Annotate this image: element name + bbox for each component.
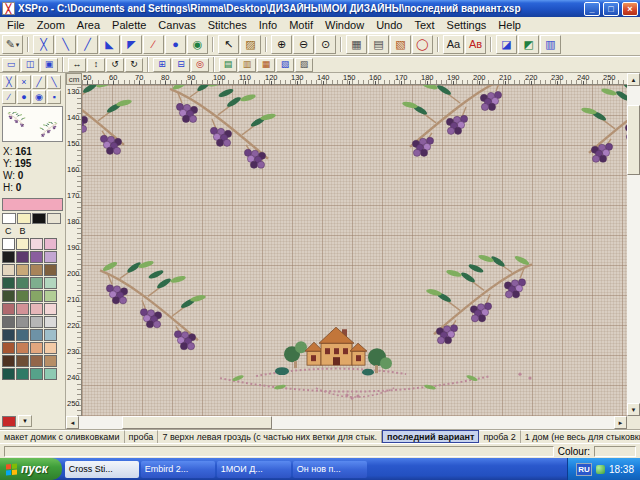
menu-file[interactable]: File: [1, 18, 31, 32]
grid-small-toggle[interactable]: ⊞: [153, 58, 171, 72]
zoom-area-tool[interactable]: ⊙: [315, 35, 336, 54]
palette-swatch[interactable]: [30, 316, 43, 328]
palette-swatch[interactable]: [2, 329, 15, 341]
palette-swatch[interactable]: [2, 303, 15, 315]
maximize-button[interactable]: □: [603, 2, 619, 16]
backstitch-tool[interactable]: ∕: [143, 35, 164, 54]
block-copy-tool[interactable]: ◫: [21, 58, 39, 72]
quick-swatch[interactable]: [17, 213, 31, 224]
palette-swatch[interactable]: [2, 277, 15, 289]
bottom-swatch[interactable]: [2, 416, 16, 427]
vertical-scroll-track[interactable]: [627, 86, 640, 403]
minimize-button[interactable]: _: [584, 2, 600, 16]
menu-motif[interactable]: Motif: [283, 18, 319, 32]
grid-large-toggle[interactable]: ⊟: [172, 58, 190, 72]
menu-text[interactable]: Text: [408, 18, 440, 32]
zoom-in-tool[interactable]: ⊕: [271, 35, 292, 54]
pattern-tab[interactable]: проба 2: [479, 430, 520, 443]
current-colour-swatch[interactable]: [2, 198, 63, 211]
palette-swatch[interactable]: [2, 368, 15, 380]
palette-swatch[interactable]: [2, 316, 15, 328]
stitch-view-tool[interactable]: ▧: [276, 58, 294, 72]
thread-chart-tool[interactable]: ▥: [238, 58, 256, 72]
special-stitch[interactable]: ▪: [47, 90, 61, 104]
tray-app-icon[interactable]: [596, 465, 605, 474]
half-stitch-alt-tool[interactable]: ╱: [77, 35, 98, 54]
rulers-toggle[interactable]: ▤: [368, 35, 389, 54]
palette-swatch[interactable]: [16, 355, 29, 367]
taskbar-task[interactable]: Cross Sti...: [65, 461, 139, 478]
pattern-tab[interactable]: последний вариант: [382, 430, 479, 443]
flip-horizontal-tool[interactable]: ↔: [68, 58, 86, 72]
palette-swatch[interactable]: [2, 238, 15, 250]
palette-swatch[interactable]: [16, 329, 29, 341]
taskbar-task[interactable]: Embird 2...: [141, 461, 215, 478]
quarter-stitch[interactable]: ╲: [47, 75, 61, 89]
pattern-tab[interactable]: макет домик с оливковками: [0, 430, 125, 443]
palette-swatch[interactable]: [44, 277, 57, 289]
backstitch[interactable]: ∕: [2, 90, 16, 104]
center-view-tool[interactable]: ◎: [191, 58, 209, 72]
pencil-tool[interactable]: ✎▾: [2, 35, 23, 54]
grid-toggle[interactable]: ▦: [346, 35, 367, 54]
export-tool[interactable]: ▥: [540, 35, 561, 54]
scroll-up-button[interactable]: ▲: [627, 73, 640, 86]
palette-swatch[interactable]: [30, 329, 43, 341]
palette-swatch[interactable]: [44, 264, 57, 276]
quick-swatch[interactable]: [47, 213, 61, 224]
menu-palette[interactable]: Palette: [106, 18, 152, 32]
palette-swatch[interactable]: [44, 368, 57, 380]
full-cross-stitch[interactable]: ╳: [2, 75, 16, 89]
palette-swatch[interactable]: [30, 342, 43, 354]
bead-tool[interactable]: ◉: [187, 35, 208, 54]
text-tool[interactable]: Aa: [443, 35, 464, 54]
menu-stitches[interactable]: Stitches: [202, 18, 253, 32]
palette-swatch[interactable]: [16, 342, 29, 354]
design-canvas[interactable]: [82, 85, 627, 416]
half-stitch-tool[interactable]: ╲: [55, 35, 76, 54]
menu-help[interactable]: Help: [492, 18, 527, 32]
quick-swatch[interactable]: [2, 213, 16, 224]
thread-mixer-tool[interactable]: ◩: [518, 35, 539, 54]
palette-swatch[interactable]: [30, 238, 43, 250]
menu-undo[interactable]: Undo: [370, 18, 408, 32]
palette-swatch[interactable]: [2, 342, 15, 354]
palette-swatch[interactable]: [16, 368, 29, 380]
rotate-left-tool[interactable]: ↺: [106, 58, 124, 72]
language-indicator[interactable]: RU: [576, 463, 592, 476]
palette-swatch[interactable]: [44, 303, 57, 315]
palette-swatch[interactable]: [44, 251, 57, 263]
french-knot-tool[interactable]: ●: [165, 35, 186, 54]
taskbar-task[interactable]: 1МОИ Д...: [217, 461, 291, 478]
full-stitch-tool[interactable]: ╳: [33, 35, 54, 54]
menu-zoom[interactable]: Zoom: [31, 18, 71, 32]
pattern-tab[interactable]: 7 верхн левая гроздь (с частью них ветки…: [158, 430, 382, 443]
half-stitch[interactable]: ╱: [32, 75, 46, 89]
pattern-tab[interactable]: проба: [125, 430, 159, 443]
palette-swatch[interactable]: [44, 355, 57, 367]
palette-swatch[interactable]: [44, 290, 57, 302]
menu-window[interactable]: Window: [319, 18, 370, 32]
menu-settings[interactable]: Settings: [441, 18, 493, 32]
quarter-stitch-tool[interactable]: ◣: [99, 35, 120, 54]
menu-canvas[interactable]: Canvas: [152, 18, 201, 32]
palette-swatch[interactable]: [30, 264, 43, 276]
palette-editor-tool[interactable]: ◪: [496, 35, 517, 54]
vertical-scrollbar[interactable]: ▲ ▼: [627, 73, 640, 416]
palette-swatch[interactable]: [2, 251, 15, 263]
palette-swatch[interactable]: [2, 264, 15, 276]
menu-info[interactable]: Info: [253, 18, 283, 32]
taskbar-task[interactable]: Он нов п...: [293, 461, 367, 478]
close-button[interactable]: ×: [622, 2, 638, 16]
palette-swatch[interactable]: [44, 316, 57, 328]
palette-swatch[interactable]: [30, 290, 43, 302]
palette-swatch[interactable]: [44, 342, 57, 354]
palette-swatch[interactable]: [30, 303, 43, 315]
palette-swatch[interactable]: [16, 238, 29, 250]
palette-swatch[interactable]: [30, 368, 43, 380]
start-button[interactable]: пуск: [0, 458, 62, 480]
palette-swatch[interactable]: [16, 303, 29, 315]
petite-stitch[interactable]: ×: [17, 75, 31, 89]
flip-vertical-tool[interactable]: ↕: [87, 58, 105, 72]
horizontal-scroll-thumb[interactable]: [122, 416, 272, 429]
